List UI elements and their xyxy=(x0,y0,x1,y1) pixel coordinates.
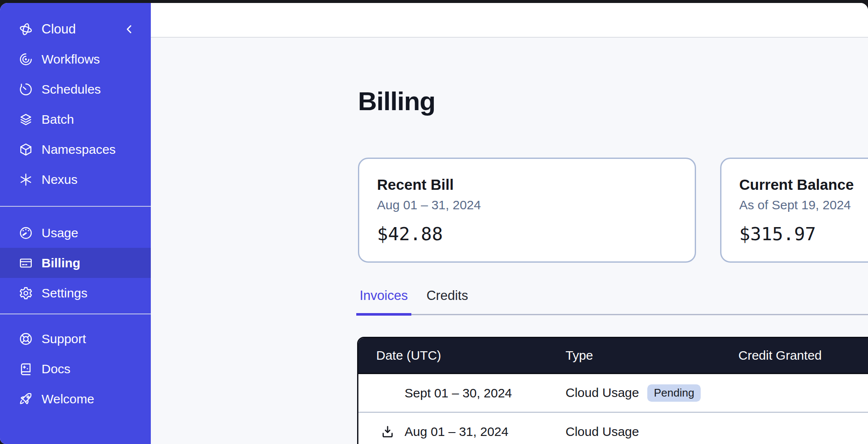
invoices-table: Date (UTC) Type Credit Granted Sept 01 –… xyxy=(357,337,868,444)
page-title: Billing xyxy=(358,86,435,116)
sidebar-item-schedules[interactable]: Schedules xyxy=(0,74,151,104)
card-amount: $42.88 xyxy=(377,223,677,244)
sidebar-item-namespaces[interactable]: Namespaces xyxy=(0,134,151,164)
rocket-icon xyxy=(19,392,33,406)
sidebar-item-welcome[interactable]: Welcome xyxy=(0,384,151,414)
asterisk-icon xyxy=(19,172,33,187)
sidebar: Cloud Workflows xyxy=(0,3,151,444)
tab-invoices[interactable]: Invoices xyxy=(356,288,411,316)
download-invoice-button[interactable] xyxy=(380,425,395,439)
cube-icon xyxy=(19,142,33,157)
invoice-type: Cloud Usage xyxy=(566,425,639,439)
sidebar-divider xyxy=(0,206,151,207)
sidebar-item-label: Support xyxy=(42,332,86,346)
billing-page: Billing Recent Bill Aug 01 – 31, 2024 $4… xyxy=(151,39,868,444)
sidebar-item-label: Namespaces xyxy=(42,142,116,157)
column-header-type: Type xyxy=(566,348,593,363)
book-icon xyxy=(19,362,33,376)
table-row: Aug 01 – 31, 2024 Cloud Usage xyxy=(358,413,868,444)
sidebar-item-label: Batch xyxy=(42,112,74,127)
sidebar-item-label: Settings xyxy=(42,286,87,300)
sidebar-item-label: Workflows xyxy=(42,52,100,67)
sidebar-item-label: Schedules xyxy=(42,82,101,97)
orbit-icon xyxy=(19,22,33,36)
invoice-type: Cloud Usage xyxy=(566,386,639,400)
table-row: Sept 01 – 30, 2024 Cloud Usage Pending xyxy=(358,374,868,412)
sidebar-item-label: Welcome xyxy=(42,392,94,406)
sidebar-item-cloud[interactable]: Cloud xyxy=(0,14,151,44)
summary-cards: Recent Bill Aug 01 – 31, 2024 $42.88 Cur… xyxy=(358,158,868,263)
download-icon xyxy=(380,425,395,439)
gear-icon xyxy=(19,286,33,300)
column-header-date: Date (UTC) xyxy=(376,348,441,363)
column-header-credit: Credit Granted xyxy=(738,348,822,363)
top-bar xyxy=(151,3,868,38)
sidebar-item-label: Docs xyxy=(42,362,70,376)
app-window: Cloud Workflows xyxy=(0,3,868,444)
timer-icon xyxy=(19,82,33,97)
status-badge: Pending xyxy=(647,384,700,402)
card-title: Recent Bill xyxy=(377,176,677,194)
billing-tabs: Invoices Credits xyxy=(356,288,471,316)
card-amount: $315.97 xyxy=(739,223,868,244)
sidebar-item-label: Usage xyxy=(42,226,78,240)
invoice-date: Sept 01 – 30, 2024 xyxy=(405,386,512,400)
card-title: Current Balance xyxy=(739,176,868,194)
sidebar-divider xyxy=(0,314,151,314)
tab-credits[interactable]: Credits xyxy=(423,288,471,316)
chevron-left-icon xyxy=(123,23,136,36)
layers-icon xyxy=(19,112,33,127)
sidebar-item-usage[interactable]: Usage xyxy=(0,218,151,248)
card-subtitle: As of Sept 19, 2024 xyxy=(739,197,868,213)
current-balance-card: Current Balance As of Sept 19, 2024 $315… xyxy=(720,158,868,263)
gauge-icon xyxy=(19,226,33,240)
sidebar-item-settings[interactable]: Settings xyxy=(0,278,151,308)
card-subtitle: Aug 01 – 31, 2024 xyxy=(377,197,677,213)
table-header-row: Date (UTC) Type Credit Granted xyxy=(358,338,868,374)
workflows-spiral-icon xyxy=(19,52,33,67)
sidebar-item-batch[interactable]: Batch xyxy=(0,104,151,134)
lifebuoy-icon xyxy=(19,332,33,346)
sidebar-item-workflows[interactable]: Workflows xyxy=(0,44,151,74)
sidebar-item-billing[interactable]: Billing xyxy=(0,248,151,278)
sidebar-collapse-button[interactable] xyxy=(123,23,136,36)
sidebar-item-label: Cloud xyxy=(42,22,76,37)
sidebar-item-nexus[interactable]: Nexus xyxy=(0,164,151,194)
main-area: Billing Recent Bill Aug 01 – 31, 2024 $4… xyxy=(151,3,868,444)
credit-card-icon xyxy=(19,256,33,270)
sidebar-item-label: Nexus xyxy=(42,172,78,187)
sidebar-item-label: Billing xyxy=(42,256,80,270)
sidebar-item-docs[interactable]: Docs xyxy=(0,354,151,384)
recent-bill-card: Recent Bill Aug 01 – 31, 2024 $42.88 xyxy=(358,158,696,263)
invoice-date: Aug 01 – 31, 2024 xyxy=(405,425,508,439)
sidebar-item-support[interactable]: Support xyxy=(0,324,151,354)
